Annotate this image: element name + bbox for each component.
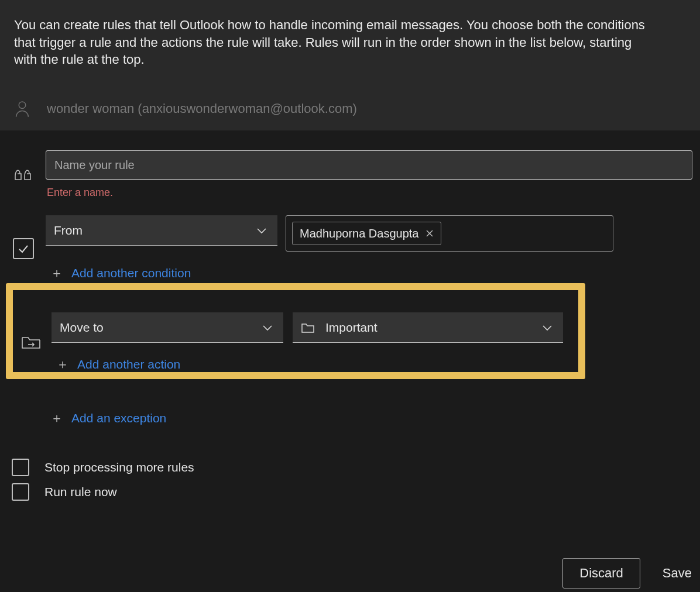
stop-processing-label: Stop processing more rules	[44, 460, 194, 474]
add-action-label: Add another action	[77, 357, 180, 371]
action-folder-label: Important	[325, 321, 378, 335]
rules-intro-text: You can create rules that tell Outlook h…	[14, 16, 646, 68]
action-type-label: Move to	[60, 321, 104, 335]
condition-type-dropdown[interactable]: From	[46, 215, 277, 246]
action-type-dropdown[interactable]: Move to	[52, 312, 283, 343]
rule-name-row: Enter a name.	[6, 150, 694, 199]
footer-actions: Discard Save	[562, 558, 692, 588]
add-exception-link[interactable]: ＋ Add an exception	[50, 409, 166, 427]
condition-people-input[interactable]: Madhuporna Dasgupta	[286, 215, 613, 252]
rule-editor: Enter a name. From	[0, 130, 700, 501]
run-rule-now-label: Run rule now	[44, 485, 117, 499]
condition-row: From Madhuporna Dasgupta	[6, 215, 694, 282]
folder-icon	[301, 322, 315, 333]
rule-options: Stop processing more rules Run rule now	[6, 459, 694, 501]
exception-row: ＋ Add an exception	[6, 409, 694, 427]
account-row: wonder woman (anxiouswonderwoman@outlook…	[14, 100, 686, 118]
quote-icon	[6, 150, 41, 199]
plus-icon: ＋	[50, 264, 63, 282]
action-folder-dropdown[interactable]: Important	[293, 312, 563, 343]
condition-type-label: From	[54, 223, 83, 238]
add-action-link[interactable]: ＋ Add another action	[56, 356, 180, 373]
rule-name-input[interactable]	[46, 150, 692, 180]
run-rule-now-checkbox[interactable]: Run rule now	[12, 483, 694, 501]
action-row: Move to	[15, 312, 572, 372]
account-display: wonder woman (anxiouswonderwoman@outlook…	[47, 101, 357, 116]
remove-chip-icon[interactable]	[426, 229, 434, 238]
person-chip: Madhuporna Dasgupta	[292, 222, 441, 245]
person-icon	[14, 100, 30, 118]
chevron-down-icon	[262, 322, 273, 333]
plus-icon: ＋	[50, 409, 63, 427]
action-highlight-box: Move to	[6, 283, 585, 379]
exception-icon-slot	[6, 409, 41, 427]
svg-point-0	[19, 102, 26, 109]
discard-button[interactable]: Discard	[562, 558, 640, 588]
stop-processing-checkbox[interactable]: Stop processing more rules	[12, 459, 694, 476]
chevron-down-icon	[256, 225, 267, 236]
rule-name-error: Enter a name.	[47, 187, 694, 199]
plus-icon: ＋	[56, 356, 69, 373]
add-condition-link[interactable]: ＋ Add another condition	[50, 264, 191, 282]
save-button[interactable]: Save	[663, 566, 692, 581]
add-exception-label: Add an exception	[71, 411, 166, 425]
rules-header-section: You can create rules that tell Outlook h…	[0, 0, 700, 130]
move-to-icon	[15, 312, 47, 372]
chevron-down-icon	[542, 322, 553, 333]
add-condition-label: Add another condition	[71, 266, 191, 280]
checkbox-icon	[12, 483, 29, 501]
checkbox-icon	[12, 459, 29, 476]
check-icon	[6, 215, 41, 282]
person-chip-label: Madhuporna Dasgupta	[300, 227, 418, 240]
